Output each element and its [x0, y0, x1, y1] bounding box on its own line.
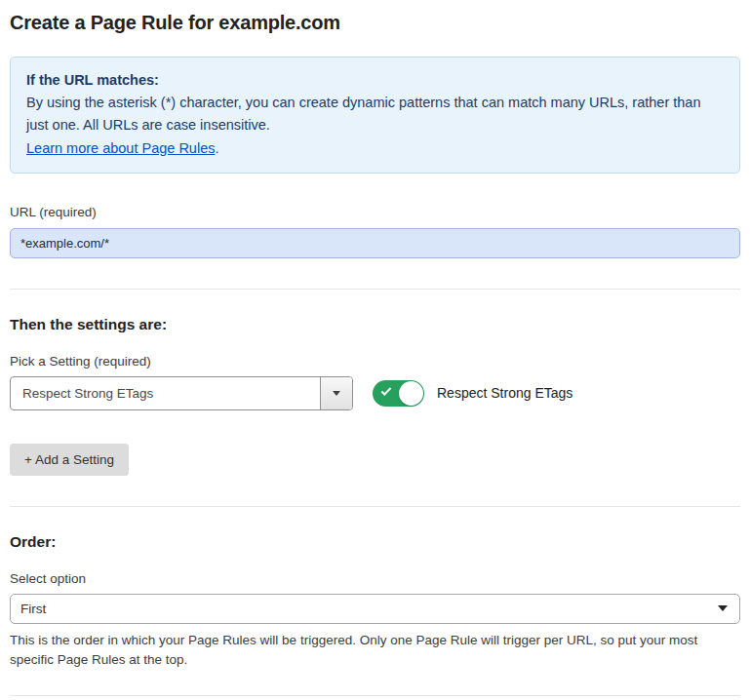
- order-section-heading: Order:: [10, 533, 740, 551]
- learn-more-link[interactable]: Learn more about Page Rules: [26, 140, 215, 156]
- order-select-value: First: [20, 602, 46, 616]
- url-match-info-box: If the URL matches: By using the asteris…: [10, 57, 740, 174]
- add-setting-button[interactable]: + Add a Setting: [10, 444, 129, 476]
- pick-setting-label: Pick a Setting (required): [10, 354, 740, 369]
- etags-toggle[interactable]: [373, 380, 424, 407]
- info-box-heading: If the URL matches:: [26, 69, 724, 92]
- setting-select[interactable]: Respect Strong ETags: [10, 376, 353, 410]
- toggle-knob: [399, 381, 423, 406]
- url-label: URL (required): [10, 205, 740, 219]
- divider: [10, 289, 740, 290]
- settings-section-heading: Then the settings are:: [10, 316, 740, 333]
- setting-row: Respect Strong ETags Respect Strong ETag…: [10, 376, 740, 410]
- page-rule-form: Create a Page Rule for example.com If th…: [0, 0, 750, 700]
- info-box-body: By using the asterisk (*) character, you…: [26, 92, 724, 136]
- toggle-label: Respect Strong ETags: [437, 385, 572, 401]
- url-input[interactable]: [10, 228, 740, 258]
- order-select-label: Select option: [10, 571, 740, 586]
- info-link-row: Learn more about Page Rules.: [26, 137, 724, 160]
- chevron-down-icon: [333, 391, 340, 396]
- order-select[interactable]: First: [10, 594, 740, 624]
- check-icon: [381, 385, 392, 396]
- divider: [10, 695, 740, 696]
- page-title: Create a Page Rule for example.com: [10, 12, 740, 34]
- chevron-down-icon: [718, 605, 728, 611]
- order-help-text: This is the order in which your Page Rul…: [10, 631, 739, 671]
- setting-select-value: Respect Strong ETags: [11, 377, 320, 409]
- setting-select-arrow-button[interactable]: [320, 377, 352, 409]
- info-link-period: .: [215, 140, 218, 156]
- divider: [10, 506, 740, 507]
